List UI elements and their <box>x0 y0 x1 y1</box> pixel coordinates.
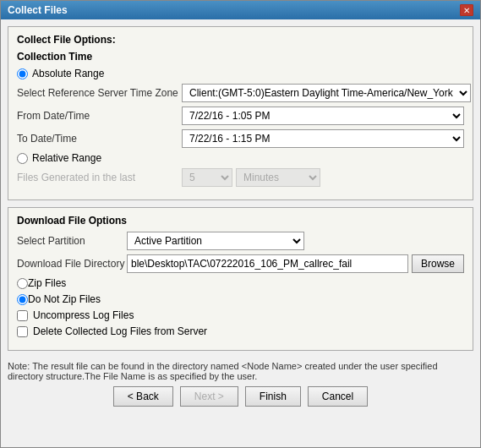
absolute-range-radio[interactable] <box>17 68 28 79</box>
timezone-select[interactable]: Client:(GMT-5:0)Eastern Daylight Time-Am… <box>182 84 471 102</box>
uncompress-checkbox[interactable] <box>17 310 28 321</box>
cancel-button[interactable]: Cancel <box>308 386 368 407</box>
download-dir-label: Download File Directory <box>17 258 127 270</box>
delete-log-label: Delete Collected Log Files from Server <box>33 325 207 337</box>
finish-button[interactable]: Finish <box>245 386 301 407</box>
uncompress-row: Uncompress Log Files <box>17 309 464 321</box>
dialog-content: Collect File Options: Collection Time Ab… <box>1 19 480 447</box>
zip-files-label: Zip Files <box>28 277 66 289</box>
collection-time-label: Collection Time <box>17 51 464 63</box>
next-button[interactable]: Next > <box>180 386 238 407</box>
download-options-label: Download File Options <box>17 215 464 227</box>
window-title: Collect Files <box>8 4 68 16</box>
zip-files-radio[interactable] <box>17 278 28 289</box>
from-datetime-label: From Date/Time <box>17 110 182 122</box>
zip-files-row: Zip Files <box>17 277 464 289</box>
to-datetime-label: To Date/Time <box>17 133 182 145</box>
select-partition-row: Select Partition Active Partition <box>17 232 464 250</box>
collect-files-window: Collect Files ✕ Collect File Options: Co… <box>0 0 481 448</box>
close-button[interactable]: ✕ <box>460 4 473 16</box>
uncompress-label: Uncompress Log Files <box>33 309 134 321</box>
group-title: Collect File Options: <box>17 34 464 46</box>
files-generated-row: Files Generated in the last 5 Minutes <box>17 168 464 187</box>
absolute-range-row: Absolute Range <box>17 68 464 79</box>
collect-file-options-group: Collect File Options: Collection Time Ab… <box>8 26 473 200</box>
button-row: < Back Next > Finish Cancel <box>8 386 473 407</box>
timezone-label: Select Reference Server Time Zone <box>17 87 182 99</box>
do-not-zip-label: Do Not Zip Files <box>28 293 101 305</box>
files-generated-label: Files Generated in the last <box>17 172 182 183</box>
delete-log-checkbox[interactable] <box>17 326 28 337</box>
from-datetime-select[interactable]: 7/22/16 - 1:05 PM <box>182 107 464 125</box>
from-datetime-row: From Date/Time 7/22/16 - 1:05 PM <box>17 107 464 125</box>
browse-button[interactable]: Browse <box>412 254 464 273</box>
download-dir-row: Download File Directory Browse <box>17 254 464 273</box>
download-file-options-group: Download File Options Select Partition A… <box>8 207 473 351</box>
absolute-range-label: Absolute Range <box>32 68 104 79</box>
do-not-zip-radio[interactable] <box>17 294 28 305</box>
delete-log-row: Delete Collected Log Files from Server <box>17 325 464 337</box>
do-not-zip-row: Do Not Zip Files <box>17 293 464 305</box>
files-generated-select: 5 <box>182 168 232 187</box>
relative-range-label: Relative Range <box>32 152 101 164</box>
back-button[interactable]: < Back <box>113 386 173 407</box>
timezone-row: Select Reference Server Time Zone Client… <box>17 84 464 102</box>
select-partition-label: Select Partition <box>17 235 127 247</box>
download-dir-input[interactable] <box>127 254 408 273</box>
files-generated-unit-select: Minutes <box>236 168 320 187</box>
relative-range-radio[interactable] <box>17 153 28 164</box>
partition-select[interactable]: Active Partition <box>127 232 304 250</box>
relative-range-row: Relative Range <box>17 152 464 164</box>
to-datetime-row: To Date/Time 7/22/16 - 1:15 PM <box>17 129 464 148</box>
title-bar: Collect Files ✕ <box>1 1 480 19</box>
note-text: Note: The result file can be found in th… <box>8 358 473 381</box>
to-datetime-select[interactable]: 7/22/16 - 1:15 PM <box>182 129 464 148</box>
